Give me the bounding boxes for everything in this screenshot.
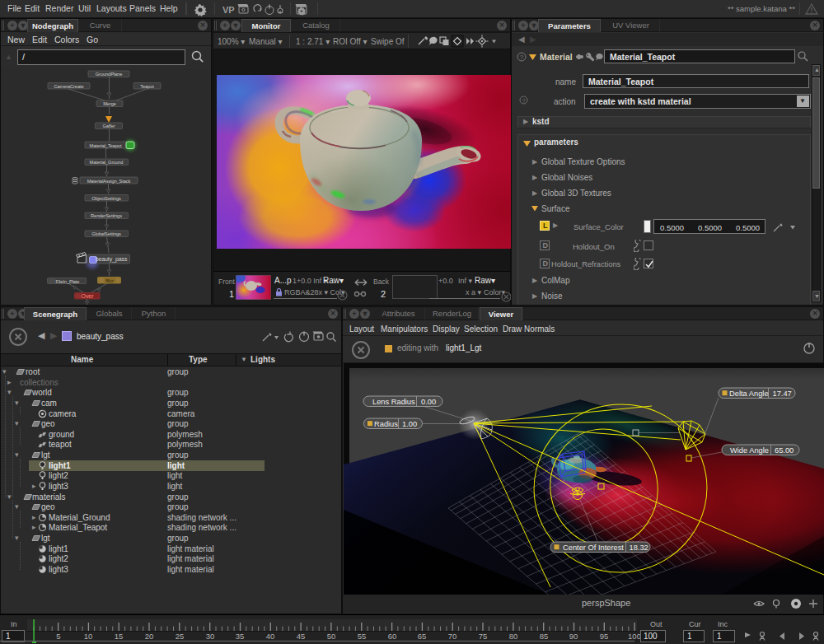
svg-text:65.00: 65.00: [775, 446, 794, 455]
svg-text:55: 55: [358, 632, 367, 641]
svg-text:FileIn_Plate: FileIn_Plate: [56, 279, 80, 284]
svg-text:75: 75: [479, 632, 488, 641]
svg-text:30: 30: [206, 632, 215, 641]
svg-text:Material_Ground: Material_Ground: [90, 160, 124, 165]
svg-text:ObjectSettings: ObjectSettings: [91, 196, 121, 201]
svg-text:45: 45: [297, 632, 306, 641]
svg-text:beauty_pass: beauty_pass: [96, 256, 128, 263]
svg-text:10: 10: [84, 632, 93, 641]
svg-text:1.00: 1.00: [402, 420, 417, 428]
svg-text:25: 25: [176, 632, 185, 641]
svg-text:0.00: 0.00: [421, 398, 436, 406]
svg-text:Material: Material: [540, 52, 573, 62]
svg-text:20: 20: [145, 632, 154, 641]
svg-text:Lens Radius: Lens Radius: [372, 398, 415, 406]
svg-text:VP: VP: [222, 5, 235, 15]
svg-text:RenderSettings: RenderSettings: [91, 213, 122, 218]
svg-text:15: 15: [115, 632, 124, 641]
svg-text:70: 70: [448, 632, 457, 641]
svg-text:85: 85: [540, 632, 549, 641]
svg-text:Teapot: Teapot: [140, 84, 154, 89]
svg-text:50: 50: [327, 632, 336, 641]
svg-text:GlobalSettings: GlobalSettings: [91, 231, 121, 236]
svg-text:MaterialAssign_Stack: MaterialAssign_Stack: [87, 179, 131, 184]
svg-text:Wide Angle: Wide Angle: [730, 446, 769, 455]
svg-text:40: 40: [266, 632, 275, 641]
svg-text:Merge: Merge: [103, 101, 116, 106]
svg-text:Gaffer: Gaffer: [102, 124, 115, 128]
svg-text:60: 60: [388, 632, 397, 641]
svg-text:90: 90: [569, 632, 578, 641]
svg-text:5: 5: [56, 632, 60, 641]
svg-text:Blur: Blur: [105, 278, 114, 283]
svg-text:?: ?: [522, 97, 525, 105]
svg-text:Material_Teapot: Material_Teapot: [90, 143, 122, 148]
svg-text:CameraCreate: CameraCreate: [54, 84, 83, 89]
svg-text:35: 35: [236, 632, 245, 641]
svg-text:Delta Angle: Delta Angle: [729, 390, 769, 398]
svg-text:Radius: Radius: [374, 420, 398, 428]
svg-text:80: 80: [509, 632, 518, 641]
svg-text:18.32: 18.32: [630, 544, 648, 552]
svg-text:GroundPlane: GroundPlane: [96, 72, 122, 77]
svg-text:17.47: 17.47: [773, 390, 792, 398]
svg-text:65: 65: [418, 632, 427, 641]
svg-text:Over: Over: [82, 293, 95, 299]
svg-text:100: 100: [628, 632, 641, 641]
svg-text:95: 95: [600, 632, 609, 641]
svg-text:Center Of Interest: Center Of Interest: [563, 544, 624, 552]
svg-text:?: ?: [520, 54, 524, 61]
